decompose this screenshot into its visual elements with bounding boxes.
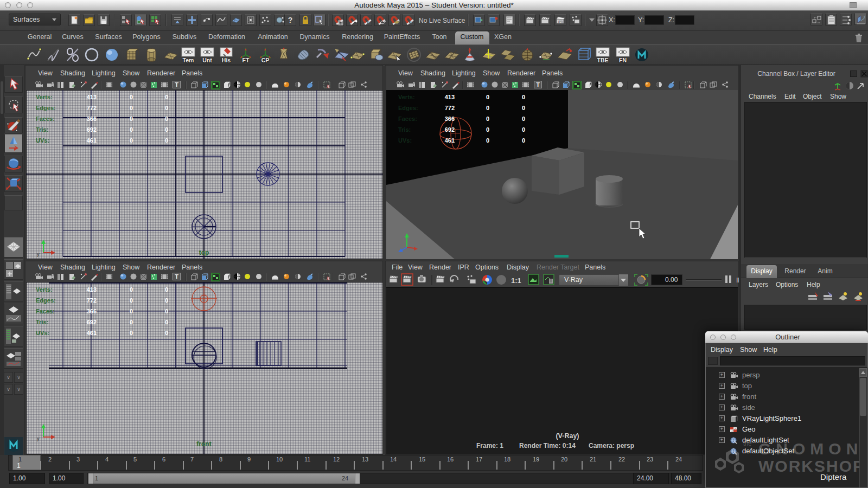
svg-text:7: 7	[190, 456, 194, 463]
svg-text:1:1: 1:1	[511, 277, 521, 285]
svg-text:21: 21	[590, 456, 596, 463]
svg-text:17: 17	[476, 456, 482, 463]
svg-text:IPR: IPR	[558, 20, 563, 23]
svg-text:9: 9	[247, 456, 251, 463]
svg-text:8: 8	[219, 456, 222, 463]
svg-text:12: 12	[333, 456, 340, 463]
svg-text:5: 5	[133, 456, 137, 463]
svg-text:2: 2	[48, 456, 52, 463]
svg-text:24: 24	[675, 456, 682, 463]
svg-text:14: 14	[390, 456, 397, 463]
svg-text:y: y	[37, 436, 40, 441]
svg-text:3: 3	[76, 456, 80, 463]
svg-text:19: 19	[533, 456, 539, 463]
svg-text:4: 4	[105, 456, 108, 463]
svg-text:11: 11	[304, 456, 310, 463]
svg-text:6: 6	[162, 456, 165, 463]
svg-text:15: 15	[419, 456, 425, 463]
svg-text:22: 22	[618, 456, 625, 463]
svg-text:10: 10	[276, 456, 283, 463]
svg-text:y: y	[37, 252, 40, 257]
svg-text:18: 18	[504, 456, 510, 463]
svg-text:13: 13	[362, 456, 368, 463]
svg-text:20: 20	[561, 456, 567, 463]
svg-text:WORKSHOP: WORKSHOP	[758, 457, 865, 475]
svg-text:23: 23	[647, 456, 653, 463]
svg-text:16: 16	[447, 456, 454, 463]
